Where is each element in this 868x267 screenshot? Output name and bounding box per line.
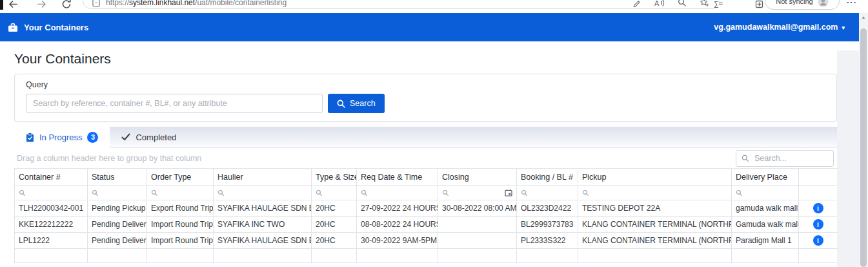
grid-search-box[interactable]	[736, 150, 834, 167]
query-panel: Query Search	[14, 74, 837, 122]
grid-search-input[interactable]	[753, 153, 828, 164]
account-email: vg.gamudawalkmall@gmail.com	[714, 23, 838, 32]
table-cell	[357, 249, 438, 263]
forward-icon[interactable]	[36, 0, 48, 10]
table-row[interactable]: KKE122212222 Pending Delivery Import Rou…	[15, 217, 838, 233]
table-cell	[438, 249, 517, 263]
table-cell	[147, 249, 214, 263]
search-icon	[217, 189, 225, 197]
column-header[interactable]: Order Type	[147, 169, 214, 186]
account-menu[interactable]: vg.gamudawalkmall@gmail.com ▾	[714, 23, 845, 32]
filter-row	[15, 186, 838, 200]
app-brand[interactable]: Your Containers	[8, 23, 88, 32]
tab-completed-label: Completed	[136, 133, 176, 142]
table-cell: LPL1222	[15, 233, 88, 249]
zoom-find-icon[interactable]	[678, 0, 687, 7]
filter-cell[interactable]	[88, 186, 147, 200]
filter-cell[interactable]	[578, 186, 732, 200]
table-cell: Pending Delivery	[88, 217, 147, 233]
search-button-label: Search	[350, 99, 376, 108]
table-cell: KLANG CONTAINER TERMINAL (NORTHPORT)	[578, 217, 732, 233]
column-header[interactable]: Delivery Place	[732, 169, 799, 186]
search-icon	[521, 189, 528, 197]
table-cell: TESTING DEPOT 22A	[578, 200, 732, 217]
search-icon	[582, 189, 589, 197]
tab-in-progress[interactable]: In Progress 3	[14, 127, 110, 148]
table-cell	[438, 217, 517, 233]
table-row[interactable]: TLH22000342-001 Pending Pickup Export Ro…	[15, 200, 838, 217]
browser-profile-button[interactable]: Not syncing	[765, 0, 840, 10]
table-cell: 30-08-2022 08:00 AM	[438, 200, 517, 217]
profile-label: Not syncing	[776, 0, 812, 5]
search-icon	[92, 189, 99, 197]
table-cell	[15, 249, 88, 263]
right-gutter	[837, 50, 859, 267]
table-cell: 27-09-2022 24 HOURS	[357, 200, 438, 217]
collections-icon[interactable]	[754, 0, 764, 9]
table-cell: Import Round Trip	[147, 217, 214, 233]
page-icon	[92, 0, 100, 7]
info-icon[interactable]: i	[813, 219, 823, 230]
table-cell-actions: i	[799, 217, 838, 233]
filter-cell[interactable]	[214, 186, 312, 200]
filter-cell[interactable]	[357, 186, 438, 200]
filter-cell[interactable]	[15, 186, 88, 200]
column-header[interactable]: Pickup	[578, 169, 732, 186]
search-icon	[151, 189, 158, 197]
table-cell: Import Round Trip	[147, 233, 214, 249]
browser-menu-icon[interactable]: ···	[847, 0, 857, 7]
filter-cell[interactable]	[517, 186, 578, 200]
app-brand-label: Your Containers	[24, 23, 88, 32]
filter-cell-closing[interactable]	[438, 186, 517, 200]
search-icon	[442, 189, 449, 197]
filter-cell[interactable]	[732, 186, 799, 200]
window-edge	[0, 0, 3, 10]
search-button[interactable]: Search	[328, 94, 385, 113]
browser-toolbar: https://system.linkhaul.net/uat/mobile/c…	[0, 0, 868, 13]
vertical-scrollbar[interactable]: ▲	[859, 13, 868, 267]
scrollbar-thumb[interactable]	[860, 28, 867, 267]
query-search-input[interactable]	[26, 94, 323, 113]
refresh-icon[interactable]	[61, 0, 72, 10]
column-header[interactable]: Closing	[438, 169, 517, 186]
column-header[interactable]: Container #	[15, 169, 88, 186]
table-cell: gamuda walk mall	[732, 200, 799, 217]
read-aloud-icon[interactable]: A	[654, 0, 665, 7]
scroll-up-icon[interactable]: ▲	[859, 15, 868, 19]
table-cell: 30-09-2022 9AM-5PM	[357, 233, 438, 249]
column-header[interactable]: Status	[88, 169, 147, 186]
table-cell: PL2333S322	[517, 233, 578, 249]
filter-cell[interactable]	[147, 186, 214, 200]
table-row-empty	[15, 249, 838, 263]
search-icon	[19, 189, 26, 197]
table-cell	[214, 249, 312, 263]
tab-completed[interactable]: Completed	[110, 127, 188, 147]
web-capture-icon[interactable]	[632, 0, 641, 7]
avatar-icon	[818, 0, 829, 7]
table-row[interactable]: LPL1222 Pending Delivery Import Round Tr…	[15, 233, 838, 249]
favorites-icon[interactable]	[700, 0, 709, 7]
info-icon[interactable]: i	[813, 203, 823, 213]
column-header[interactable]: Haulier	[214, 169, 312, 186]
table-cell	[578, 249, 732, 263]
column-header[interactable]: Booking / BL #	[517, 169, 578, 186]
group-by-panel: Drag a column header here to group by th…	[14, 148, 837, 168]
table-cell: 08-08-2022 24 HOURS	[357, 217, 438, 233]
page-content: Your Containers Query Search In Progress…	[0, 50, 868, 267]
url-text: https://system.linkhaul.net/uat/mobile/c…	[106, 0, 287, 7]
math-solver-icon[interactable]: ∑=	[714, 0, 723, 8]
table-cell: Paradigm Mall 1	[732, 233, 799, 249]
column-header[interactable]: Req Date & Time	[357, 169, 438, 186]
table-cell: KKE122212222	[15, 217, 88, 233]
table-cell: Export Round Trip	[147, 200, 214, 217]
info-icon[interactable]: i	[813, 235, 823, 246]
address-bar[interactable]: https://system.linkhaul.net/uat/mobile/c…	[83, 0, 720, 9]
table-cell-actions: i	[799, 233, 838, 249]
back-icon[interactable]	[7, 0, 19, 10]
chevron-down-icon: ▾	[842, 25, 845, 31]
search-icon	[736, 189, 743, 197]
table-cell	[517, 249, 578, 263]
filter-cell[interactable]	[312, 186, 357, 200]
table-cell	[438, 233, 517, 249]
column-header[interactable]: Type & Size	[312, 169, 357, 186]
